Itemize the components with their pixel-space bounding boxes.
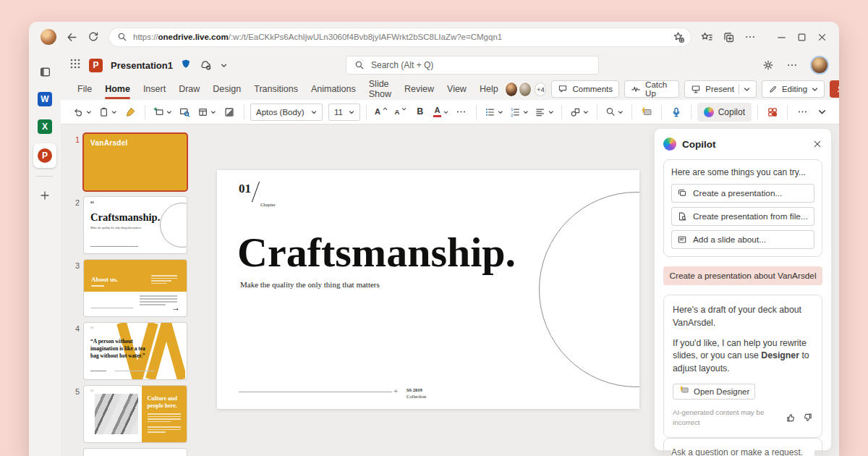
address-bar[interactable]: https://onedrive.live.com/:w:/t/EaCKkPs6… bbox=[109, 28, 692, 47]
tab-view[interactable]: View bbox=[441, 78, 473, 100]
rail-add-icon[interactable] bbox=[33, 185, 56, 206]
thumbs-down-icon[interactable] bbox=[803, 413, 813, 423]
account-avatar[interactable] bbox=[810, 56, 829, 75]
collections-icon[interactable] bbox=[723, 31, 735, 43]
chapter-label[interactable]: Chapter bbox=[260, 202, 276, 207]
ribbon-more-icon[interactable] bbox=[793, 103, 811, 122]
document-title[interactable]: Presentation1 bbox=[111, 60, 173, 71]
bold-icon[interactable]: B bbox=[412, 103, 429, 122]
suggestion-add-slide[interactable]: Add a slide about... bbox=[671, 230, 814, 249]
copilot-prompt-input[interactable] bbox=[671, 447, 814, 456]
saved-to-cloud-icon[interactable] bbox=[199, 59, 213, 71]
slide-number: 1 bbox=[65, 134, 80, 190]
collaborator-avatar[interactable] bbox=[519, 82, 532, 97]
tab-draw[interactable]: Draw bbox=[172, 78, 206, 100]
collaborator-avatar[interactable] bbox=[505, 82, 518, 97]
minimize-icon[interactable] bbox=[776, 32, 787, 43]
excel-app-icon[interactable]: X bbox=[33, 116, 56, 138]
shrink-font-icon[interactable]: A bbox=[392, 103, 409, 122]
designer-contrast-icon[interactable] bbox=[221, 103, 238, 122]
slide-title[interactable]: Craftsmanship. bbox=[237, 228, 516, 276]
shapes-button[interactable] bbox=[568, 103, 591, 122]
tab-insert[interactable]: Insert bbox=[137, 78, 172, 100]
maximize-icon[interactable] bbox=[796, 32, 807, 43]
comments-button[interactable]: Comments bbox=[551, 80, 619, 98]
copilot-title: Copilot bbox=[682, 139, 716, 150]
response-paragraph-1: Here's a draft of your deck about VanArs… bbox=[673, 304, 813, 330]
present-chevron-icon[interactable] bbox=[744, 86, 750, 93]
font-color-button[interactable]: A bbox=[431, 103, 451, 122]
font-more-icon[interactable] bbox=[453, 103, 470, 122]
user-prompt-chip[interactable]: Create a presentation about VanArsdel bbox=[663, 266, 822, 285]
grow-font-icon[interactable]: A bbox=[373, 103, 390, 122]
slide-thumbnail-3[interactable]: About us. → bbox=[84, 260, 187, 316]
copilot-icon bbox=[704, 107, 714, 117]
tab-transitions[interactable]: Transitions bbox=[247, 78, 305, 100]
font-name-select[interactable]: Aptos (Body) bbox=[250, 104, 323, 121]
powerpoint-app-icon[interactable]: P bbox=[33, 143, 56, 168]
powerpoint-logo-icon[interactable]: P bbox=[89, 59, 103, 72]
settings-gear-icon[interactable] bbox=[762, 59, 774, 71]
browser-more-icon[interactable] bbox=[744, 31, 756, 43]
saved-chevron-icon[interactable] bbox=[221, 62, 227, 69]
header-more-icon[interactable] bbox=[786, 59, 798, 71]
add-favorite-icon[interactable] bbox=[673, 31, 684, 43]
refresh-icon[interactable] bbox=[88, 31, 99, 43]
undo-button[interactable] bbox=[71, 103, 94, 122]
format-painter-icon[interactable] bbox=[122, 103, 139, 122]
thumb-corner-mark: 01 bbox=[90, 389, 93, 392]
share-button[interactable]: Share bbox=[830, 80, 839, 98]
align-button[interactable] bbox=[532, 103, 556, 122]
new-slide-button[interactable] bbox=[151, 103, 174, 122]
slide-subtitle[interactable]: Make the quality the only thing that mat… bbox=[240, 280, 380, 289]
designer-spark-icon[interactable] bbox=[638, 103, 655, 122]
dictate-mic-icon[interactable] bbox=[668, 103, 685, 122]
app-search-input[interactable] bbox=[371, 60, 590, 70]
slide-editor[interactable]: 01 Chapter Craftsmanship. Make the quali… bbox=[217, 170, 639, 409]
designer-pane-icon[interactable] bbox=[764, 103, 781, 122]
chapter-number[interactable]: 01 bbox=[239, 182, 251, 196]
paste-button[interactable] bbox=[96, 103, 119, 122]
slide-thumbnail-5[interactable]: 01 Culture and people here. bbox=[84, 386, 187, 442]
open-designer-button[interactable]: Open Designer bbox=[673, 384, 755, 400]
tab-help[interactable]: Help bbox=[473, 78, 505, 100]
tab-slide-show[interactable]: Slide Show bbox=[362, 78, 398, 100]
present-button[interactable]: Present bbox=[684, 80, 757, 98]
thumbs-up-icon[interactable] bbox=[786, 413, 796, 423]
numbering-button[interactable]: 12 bbox=[508, 103, 531, 122]
sensitivity-shield-icon[interactable] bbox=[181, 59, 191, 72]
slide-thumbnail-6[interactable] bbox=[84, 449, 187, 456]
sidebar-pane-icon[interactable] bbox=[33, 61, 56, 83]
arrow-right-icon: → bbox=[171, 303, 180, 312]
tab-home[interactable]: Home bbox=[98, 78, 137, 100]
slide-thumbnail-1[interactable]: VanArsdel bbox=[84, 134, 187, 190]
catch-up-button[interactable]: Catch Up bbox=[624, 80, 679, 98]
slide-thumbnail-4[interactable]: 01 “A person without imagination is like… bbox=[84, 323, 187, 379]
collapse-ribbon-icon[interactable] bbox=[813, 103, 830, 122]
browser-profile-avatar[interactable] bbox=[41, 29, 56, 45]
favorites-icon[interactable] bbox=[701, 31, 713, 43]
tab-file[interactable]: File bbox=[71, 78, 98, 100]
app-search-box[interactable] bbox=[346, 56, 599, 75]
back-icon[interactable] bbox=[66, 31, 78, 43]
bullets-button[interactable] bbox=[482, 103, 506, 122]
slide-number: 4 bbox=[65, 323, 80, 379]
suggestion-create-from-file[interactable]: Create presentation from file... bbox=[671, 207, 814, 226]
comments-icon bbox=[558, 84, 568, 94]
word-app-icon[interactable]: W bbox=[33, 88, 56, 110]
suggestion-create-presentation[interactable]: Create a presentation... bbox=[671, 184, 814, 203]
close-icon[interactable] bbox=[817, 32, 827, 43]
slide-thumbnail-2[interactable]: 01 Craftsmanship. Make the quality the o… bbox=[84, 197, 187, 253]
font-size-select[interactable]: 11 bbox=[328, 104, 360, 121]
tab-review[interactable]: Review bbox=[398, 78, 441, 100]
collaborator-overflow-badge[interactable]: +4 bbox=[535, 83, 546, 96]
layout-button[interactable] bbox=[195, 103, 218, 122]
copilot-close-icon[interactable] bbox=[812, 139, 822, 149]
editing-mode-button[interactable]: Editing bbox=[762, 80, 825, 98]
tab-design[interactable]: Design bbox=[206, 78, 247, 100]
tab-animations[interactable]: Animations bbox=[305, 78, 362, 100]
app-launcher-icon[interactable] bbox=[69, 58, 81, 72]
find-button[interactable] bbox=[603, 103, 626, 122]
copilot-toggle-button[interactable]: Copilot bbox=[697, 103, 752, 122]
reuse-slides-icon[interactable] bbox=[176, 103, 193, 122]
